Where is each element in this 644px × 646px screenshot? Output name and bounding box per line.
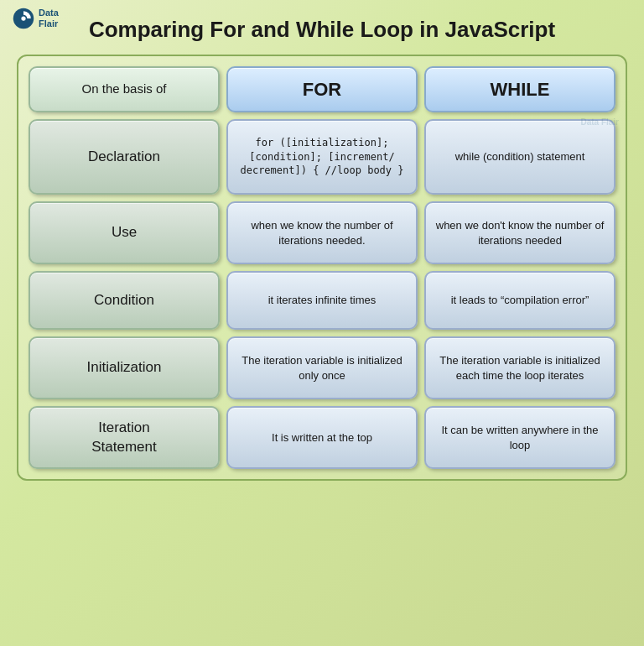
row-condition: Condition it iterates infinite times it …	[29, 271, 615, 330]
label-use: Use	[29, 201, 220, 264]
label-iteration: Iteration Statement	[29, 406, 220, 469]
comparison-table: On the basis of FOR WHILE Declaration fo…	[17, 55, 627, 481]
while-initialization: The iteration variable is initialized ea…	[424, 336, 615, 399]
row-initialization: Initialization The iteration variable is…	[29, 336, 615, 399]
page-title: Comparing For and While Loop in JavaScri…	[89, 17, 555, 43]
for-condition: it iterates infinite times	[226, 271, 418, 330]
header-row: On the basis of FOR WHILE	[29, 66, 615, 112]
label-condition: Condition	[29, 271, 220, 330]
for-initialization: The iteration variable is initialized on…	[226, 336, 418, 399]
while-iteration: It can be written anywhere in the loop	[424, 406, 615, 469]
for-use: when we know the number of iterations ne…	[226, 201, 418, 264]
while-declaration: while (condition) statement	[424, 119, 615, 195]
for-iteration: It is written at the top	[226, 406, 418, 469]
logo: Data Flair	[12, 7, 59, 30]
label-declaration: Declaration	[29, 119, 220, 195]
for-declaration: for ([initialization]; [condition]; [inc…	[226, 119, 418, 195]
while-condition: it leads to “compilation error”	[424, 271, 615, 330]
watermark: Data Flair	[580, 117, 619, 127]
row-iteration: Iteration Statement It is written at the…	[29, 406, 615, 469]
row-use: Use when we know the number of iteration…	[29, 201, 615, 264]
svg-point-2	[21, 16, 25, 20]
header-basis: On the basis of	[29, 66, 220, 112]
while-use: when we don't know the number of iterati…	[424, 201, 615, 264]
label-initialization: Initialization	[29, 336, 220, 399]
header-while: WHILE	[424, 66, 615, 112]
row-declaration: Declaration for ([initialization]; [cond…	[29, 119, 615, 195]
header-for: FOR	[226, 66, 418, 112]
